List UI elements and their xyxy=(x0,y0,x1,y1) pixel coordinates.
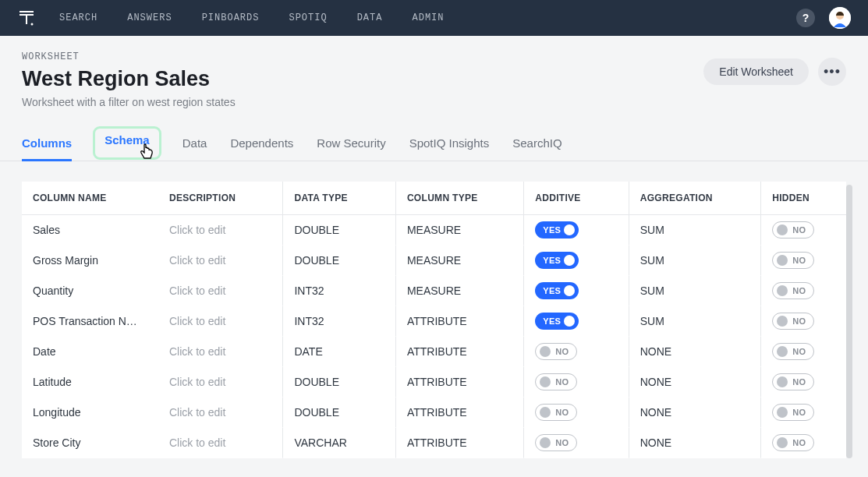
cell-data-type[interactable]: DOUBLE xyxy=(282,246,395,276)
th-hidden[interactable]: HIDDEN xyxy=(760,182,846,215)
tab-schema[interactable]: Schema xyxy=(95,129,159,157)
cell-data-type[interactable]: DOUBLE xyxy=(282,398,395,428)
nav-spotiq[interactable]: SPOTIQ xyxy=(289,12,327,23)
cell-data-type[interactable]: VARCHAR xyxy=(282,428,395,458)
avatar[interactable] xyxy=(829,7,851,29)
additive-toggle[interactable]: NO xyxy=(535,373,577,390)
edit-worksheet-button[interactable]: Edit Worksheet xyxy=(703,58,809,85)
cell-column-name[interactable]: Gross Margin xyxy=(22,246,158,276)
table-row: LatitudeClick to editDOUBLEATTRIBUTENONO… xyxy=(22,367,846,398)
additive-toggle[interactable]: YES xyxy=(535,252,579,269)
cell-aggregation[interactable]: SUM xyxy=(629,215,760,246)
th-column-name[interactable]: COLUMN NAME xyxy=(22,182,158,215)
hidden-toggle[interactable]: NO xyxy=(772,221,814,238)
tab-dependents[interactable]: Dependents xyxy=(230,130,293,161)
columns-table: COLUMN NAME DESCRIPTION DATA TYPE COLUMN… xyxy=(22,182,846,458)
cell-additive: NO xyxy=(523,337,628,367)
cell-column-name[interactable]: Date xyxy=(22,337,158,367)
hidden-toggle[interactable]: NO xyxy=(772,313,814,330)
hidden-toggle[interactable]: NO xyxy=(772,252,814,269)
cell-aggregation[interactable]: NONE xyxy=(629,367,760,398)
cell-column-type[interactable]: ATTRIBUTE xyxy=(395,337,523,367)
nav-data[interactable]: DATA xyxy=(357,12,383,23)
cell-data-type[interactable]: DATE xyxy=(282,337,395,367)
additive-toggle[interactable]: YES xyxy=(535,313,579,330)
nav-links: SEARCH ANSWERS PINBOARDS SPOTIQ DATA ADM… xyxy=(59,12,445,23)
table-row: SalesClick to editDOUBLEMEASUREYESSUMNO xyxy=(22,215,846,246)
nav-admin[interactable]: ADMIN xyxy=(412,12,444,23)
cell-column-name[interactable]: POS Transaction Nu… xyxy=(22,306,158,337)
additive-toggle[interactable]: YES xyxy=(535,282,579,299)
hidden-toggle[interactable]: NO xyxy=(772,404,814,421)
hidden-toggle[interactable]: NO xyxy=(772,373,814,390)
cell-column-type[interactable]: MEASURE xyxy=(395,215,523,246)
cell-hidden: NO xyxy=(760,367,846,398)
cell-column-name[interactable]: Sales xyxy=(22,215,158,246)
additive-toggle[interactable]: NO xyxy=(535,404,577,421)
cell-additive: YES xyxy=(523,276,628,306)
header-actions: Edit Worksheet ••• xyxy=(703,58,846,86)
th-column-type[interactable]: COLUMN TYPE xyxy=(395,182,523,215)
cell-data-type[interactable]: DOUBLE xyxy=(282,367,395,398)
cell-aggregation[interactable]: SUM xyxy=(629,276,760,306)
vertical-scrollbar[interactable] xyxy=(846,185,852,458)
cell-aggregation[interactable]: SUM xyxy=(629,246,760,276)
more-actions-button[interactable]: ••• xyxy=(818,58,846,86)
cell-aggregation[interactable]: SUM xyxy=(629,306,760,337)
cell-additive: NO xyxy=(523,367,628,398)
cell-data-type[interactable]: INT32 xyxy=(282,306,395,337)
columns-table-wrap: COLUMN NAME DESCRIPTION DATA TYPE COLUMN… xyxy=(22,182,846,458)
cell-aggregation[interactable]: NONE xyxy=(629,337,760,367)
additive-toggle[interactable]: YES xyxy=(535,221,579,238)
cell-column-type[interactable]: MEASURE xyxy=(395,246,523,276)
cell-column-type[interactable]: MEASURE xyxy=(395,276,523,306)
cell-column-name[interactable]: Longitude xyxy=(22,398,158,428)
tab-searchiq[interactable]: SearchIQ xyxy=(512,130,562,161)
table-row: DateClick to editDATEATTRIBUTENONONENO xyxy=(22,337,846,367)
table-row: POS Transaction Nu…Click to editINT32ATT… xyxy=(22,306,846,337)
cell-column-type[interactable]: ATTRIBUTE xyxy=(395,428,523,458)
nav-search[interactable]: SEARCH xyxy=(59,12,97,23)
nav-right: ? xyxy=(796,7,851,29)
th-data-type[interactable]: DATA TYPE xyxy=(282,182,395,215)
cell-column-name[interactable]: Store City xyxy=(22,428,158,458)
tab-spotiq-insights[interactable]: SpotIQ Insights xyxy=(409,130,490,161)
tab-row-security[interactable]: Row Security xyxy=(317,130,385,161)
cell-description[interactable]: Click to edit xyxy=(158,367,283,398)
cell-column-type[interactable]: ATTRIBUTE xyxy=(395,398,523,428)
table-body: SalesClick to editDOUBLEMEASUREYESSUMNOG… xyxy=(22,215,846,458)
cell-description[interactable]: Click to edit xyxy=(158,276,283,306)
th-aggregation[interactable]: AGGREGATION xyxy=(629,182,760,215)
cell-column-name[interactable]: Latitude xyxy=(22,367,158,398)
cell-column-type[interactable]: ATTRIBUTE xyxy=(395,367,523,398)
page-subtitle: Worksheet with a filter on west region s… xyxy=(22,96,846,108)
cell-data-type[interactable]: DOUBLE xyxy=(282,215,395,246)
logo-icon[interactable] xyxy=(17,8,37,28)
nav-answers[interactable]: ANSWERS xyxy=(127,12,172,23)
hidden-toggle[interactable]: NO xyxy=(772,434,814,451)
tab-columns[interactable]: Columns xyxy=(22,130,72,161)
cell-hidden: NO xyxy=(760,337,846,367)
cell-aggregation[interactable]: NONE xyxy=(629,428,760,458)
cell-column-name[interactable]: Quantity xyxy=(22,276,158,306)
hidden-toggle[interactable]: NO xyxy=(772,282,814,299)
cell-description[interactable]: Click to edit xyxy=(158,398,283,428)
cell-column-type[interactable]: ATTRIBUTE xyxy=(395,306,523,337)
th-description[interactable]: DESCRIPTION xyxy=(158,182,283,215)
additive-toggle[interactable]: NO xyxy=(535,343,577,360)
tab-data[interactable]: Data xyxy=(182,130,207,161)
help-icon[interactable]: ? xyxy=(796,9,815,27)
cell-data-type[interactable]: INT32 xyxy=(282,276,395,306)
cell-description[interactable]: Click to edit xyxy=(158,428,283,458)
cell-hidden: NO xyxy=(760,246,846,276)
cell-description[interactable]: Click to edit xyxy=(158,246,283,276)
th-additive[interactable]: ADDITIVE xyxy=(523,182,628,215)
cell-description[interactable]: Click to edit xyxy=(158,306,283,337)
page-header: WORKSHEET West Region Sales Worksheet wi… xyxy=(0,36,868,108)
cell-description[interactable]: Click to edit xyxy=(158,215,283,246)
cell-description[interactable]: Click to edit xyxy=(158,337,283,367)
nav-pinboards[interactable]: PINBOARDS xyxy=(202,12,260,23)
cell-aggregation[interactable]: NONE xyxy=(629,398,760,428)
hidden-toggle[interactable]: NO xyxy=(772,343,814,360)
additive-toggle[interactable]: NO xyxy=(535,434,577,451)
